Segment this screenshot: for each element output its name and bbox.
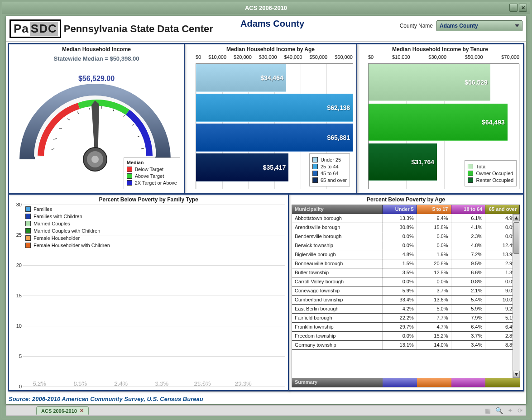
cell-municipality: Franklin township: [292, 323, 383, 331]
income-by-age-title: Median Household Income by Age: [185, 44, 356, 54]
hbar: $62,138: [196, 94, 353, 122]
gauge-panel: Median Household Income Statewide Median…: [8, 43, 185, 194]
legend-row: Female Householder with Children: [25, 243, 110, 248]
table-scrollbar[interactable]: ▲ ▼: [513, 214, 520, 378]
gauge-legend-title: Median: [127, 160, 177, 165]
axis-tick: $40,000: [284, 54, 302, 62]
legend-label: Owner Occupied: [476, 171, 513, 176]
cell-value: 4.2%: [383, 305, 417, 313]
table-row[interactable]: Bendersville borough0.0%0.0%2.3%0.0%: [292, 232, 520, 241]
cell-value: 4.1%: [451, 223, 486, 232]
minimize-button[interactable]: –: [509, 4, 518, 12]
cell-value: 29.7%: [383, 323, 417, 331]
swatch-icon: [312, 157, 318, 162]
county-dropdown[interactable]: Adams County: [436, 20, 522, 31]
hbar: $64,493: [369, 104, 508, 141]
gauge-legend: Median Below TargetAbove Target2X Target…: [124, 158, 180, 189]
table-row[interactable]: Conewago township5.9%3.7%2.1%9.0%: [292, 286, 520, 296]
legend-row: 25 to 44: [312, 164, 347, 169]
search-icon[interactable]: 🔍: [495, 407, 503, 414]
dropdown-value: Adams County: [440, 23, 478, 29]
col-under5[interactable]: Under 5: [383, 205, 417, 214]
cell-value: 6.6%: [451, 268, 486, 277]
legend-label: Married Couples: [34, 221, 70, 226]
cell-municipality: Butler township: [292, 268, 383, 277]
table-row[interactable]: Cumberland township33.4%13.6%5.4%10.0%: [292, 296, 520, 305]
summary-label: Summary: [292, 378, 383, 387]
table-row[interactable]: Franklin township29.7%4.7%6.4%6.4%: [292, 323, 520, 332]
table-row[interactable]: Abbottstown borough13.3%9.4%6.1%4.9%: [292, 214, 520, 223]
swatch-icon: [25, 228, 31, 234]
grid-icon[interactable]: ▦: [485, 407, 491, 414]
gauge-icon: [9, 55, 181, 173]
table-row[interactable]: Fairfield borough22.2%7.7%7.9%5.1%: [292, 314, 520, 323]
swatch-icon: [468, 171, 473, 176]
tab-close-icon[interactable]: ✕: [80, 408, 84, 414]
scroll-up-icon[interactable]: ▲: [513, 214, 520, 221]
col-5to17[interactable]: 5 to 17: [417, 205, 451, 214]
legend-label: 2X Target or Above: [135, 180, 177, 186]
table-row[interactable]: Bonneauville borough1.5%20.8%9.5%2.9%: [292, 259, 520, 268]
legend-row: Married Couples with Children: [25, 228, 110, 234]
table-row[interactable]: Butler township3.5%12.5%6.6%1.3%: [292, 268, 520, 277]
income-by-tenure-title: Median Household Income by Tenure: [357, 44, 523, 54]
hbar-label: $56,529: [465, 79, 488, 86]
cell-municipality: Carroll Valley borough: [292, 277, 383, 286]
table-row[interactable]: Biglerville borough4.8%1.9%7.2%13.9%: [292, 250, 520, 259]
svg-line-11: [141, 148, 144, 149]
status-bar: ACS 2006-2010 ✕ ▦ 🔍 ✦ ⟳: [6, 405, 526, 416]
cell-value: 2.3%: [451, 232, 486, 241]
cell-value: 5.4%: [451, 296, 486, 304]
poverty-age-table: Municipality Under 5 5 to 17 18 to 64 65…: [292, 205, 520, 387]
dashboard: Median Household Income Statewide Median…: [8, 43, 524, 391]
axis-tick: $50,000: [309, 54, 327, 62]
scroll-down-icon[interactable]: ▼: [513, 371, 520, 378]
axis-tick: $50,000: [465, 54, 483, 62]
income-by-tenure-panel: Median Household Income by Tenure $0$10,…: [356, 43, 524, 194]
axis-tick: $10,000: [208, 54, 226, 62]
col-65over[interactable]: 65 and over: [485, 205, 520, 214]
legend-row: Renter Occupied: [468, 177, 513, 183]
hbar-label: $62,138: [327, 104, 350, 111]
palette-icon[interactable]: ✦: [508, 407, 513, 414]
y-tick: 15: [12, 293, 22, 298]
refresh-icon[interactable]: ⟳: [518, 407, 523, 414]
table-body: Abbottstown borough13.3%9.4%6.1%4.9%Aren…: [292, 214, 520, 378]
sheet-tab[interactable]: ACS 2006-2010 ✕: [36, 406, 89, 415]
cell-value: 0.0%: [383, 232, 417, 241]
cell-value: 0.0%: [417, 232, 451, 241]
col-municipality[interactable]: Municipality: [292, 205, 383, 214]
cell-value: 9.4%: [417, 214, 451, 223]
cell-value: 13.3%: [383, 214, 417, 223]
table-summary-row: Summary: [292, 378, 520, 387]
cell-value: 14.0%: [417, 341, 451, 349]
hbar: $56,529: [369, 64, 490, 101]
poverty-age-title: Percent Below Poverty by Age: [289, 195, 523, 205]
y-tick: 25: [12, 232, 22, 238]
close-button[interactable]: ✕: [519, 4, 527, 12]
cell-value: 30.8%: [383, 223, 417, 232]
cell-value: 7.9%: [451, 314, 486, 322]
cell-municipality: East Berlin borough: [292, 305, 383, 313]
page-title: Adams County: [240, 19, 304, 29]
cell-value: 9.5%: [451, 259, 486, 268]
table-row[interactable]: Arendtsville borough30.8%15.8%4.1%0.0%: [292, 223, 520, 232]
scroll-thumb[interactable]: [513, 222, 519, 254]
table-row[interactable]: Germany township13.1%14.0%3.4%8.8%: [292, 341, 520, 350]
table-row[interactable]: Carroll Valley borough0.0%0.0%0.8%0.0%: [292, 277, 520, 286]
col-18to64[interactable]: 18 to 64: [451, 205, 486, 214]
svg-point-15: [91, 156, 99, 163]
swatch-icon: [312, 171, 318, 176]
table-row[interactable]: Freedom township0.0%15.2%3.7%2.8%: [292, 332, 520, 341]
cell-value: 22.2%: [383, 314, 417, 322]
column-label: 2.4%: [109, 380, 132, 387]
table-row[interactable]: Berwick township0.0%0.0%4.8%12.4%: [292, 241, 520, 250]
poverty-family-panel: Percent Below Poverty by Family Type 051…: [8, 194, 289, 391]
legend-row: Below Target: [127, 167, 177, 172]
table-row[interactable]: East Berlin borough4.2%5.0%5.9%9.2%: [292, 305, 520, 314]
cell-municipality: Abbottstown borough: [292, 214, 383, 223]
swatch-icon: [127, 167, 132, 172]
cell-value: 4.7%: [417, 323, 451, 331]
y-tick: 0: [12, 384, 22, 389]
cell-municipality: Fairfield borough: [292, 314, 383, 322]
